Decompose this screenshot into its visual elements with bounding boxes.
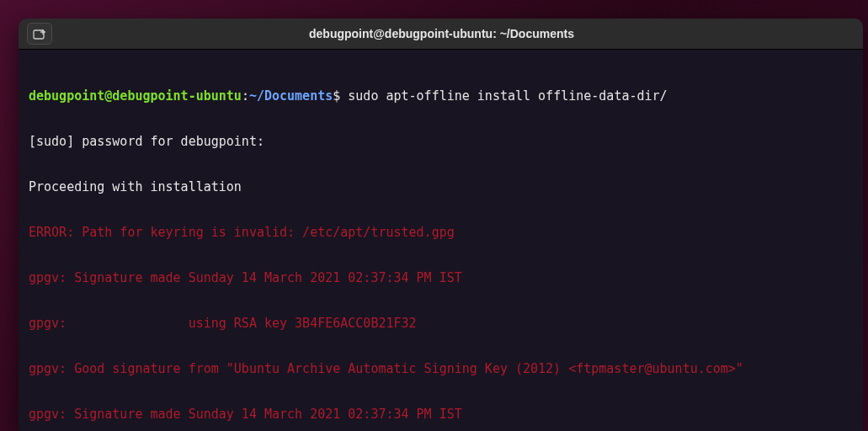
output-line: ERROR: Path for keyring is invalid: /etc… — [29, 225, 853, 240]
prompt-sep: : — [242, 88, 249, 104]
titlebar: debugpoint@debugpoint-ubuntu: ~/Document… — [19, 19, 863, 50]
output-line: gpgv: Signature made Sunday 14 March 202… — [29, 407, 853, 422]
window-title: debugpoint@debugpoint-ubuntu: ~/Document… — [52, 27, 855, 40]
output-line: Proceeding with installation — [29, 179, 853, 194]
new-tab-icon — [33, 28, 46, 40]
new-tab-button[interactable] — [27, 23, 52, 45]
terminal-window: debugpoint@debugpoint-ubuntu: ~/Document… — [19, 19, 863, 431]
output-line: gpgv: Good signature from "Ubuntu Archiv… — [29, 361, 853, 376]
output-line: gpgv: using RSA key 3B4FE6ACC0B21F32 — [29, 316, 853, 331]
prompt-path: ~/Documents — [249, 88, 333, 104]
prompt-command — [340, 88, 348, 104]
prompt-line: debugpoint@debugpoint-ubuntu:~/Documents… — [29, 88, 853, 104]
prompt-command-text: sudo apt-offline install offline-data-di… — [348, 88, 667, 104]
terminal-body[interactable]: debugpoint@debugpoint-ubuntu:~/Documents… — [19, 50, 863, 431]
prompt-sigil: $ — [333, 88, 340, 104]
prompt-user-host: debugpoint@debugpoint-ubuntu — [29, 88, 242, 104]
output-line: gpgv: Signature made Sunday 14 March 202… — [29, 270, 853, 285]
output-line: [sudo] password for debugpoint: — [29, 134, 853, 149]
